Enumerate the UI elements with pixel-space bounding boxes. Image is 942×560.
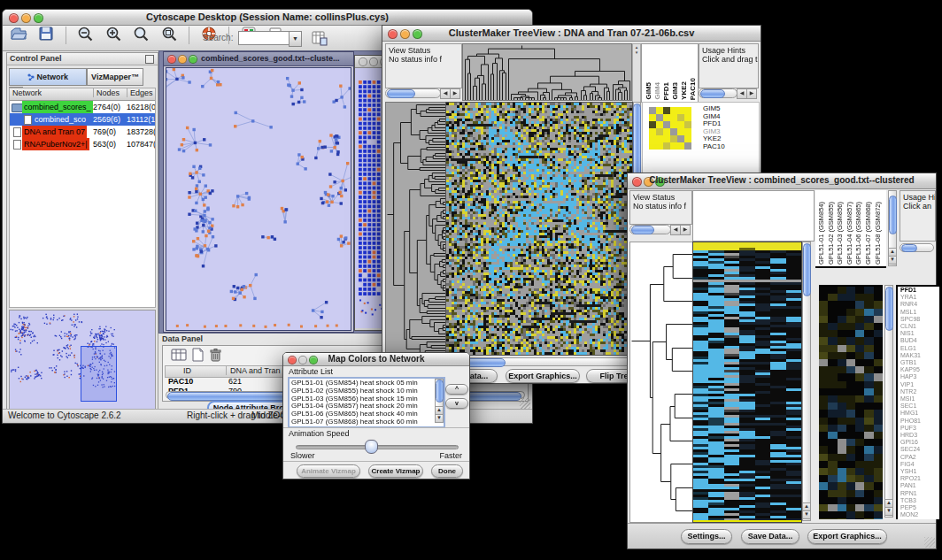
- tv2-save-data-button[interactable]: Save Data...: [741, 529, 799, 544]
- search-dropdown-icon[interactable]: ▼: [289, 31, 302, 47]
- resize-grip[interactable]: [520, 398, 530, 409]
- tv2-row-dendrogram[interactable]: [629, 242, 693, 523]
- tv2-heatmap[interactable]: [692, 242, 802, 523]
- search-input[interactable]: [238, 31, 290, 45]
- tv2-gene-label[interactable]: HMG1: [900, 410, 939, 417]
- zoom-in-icon[interactable]: [105, 26, 122, 45]
- minimize-icon[interactable]: [369, 58, 378, 66]
- network-tree-row[interactable]: RNAPuberNov2+|563(0)107847(0): [10, 138, 155, 150]
- tv1-export-graphics-button[interactable]: Export Graphics...: [506, 369, 580, 383]
- tv1-zoom-heatmap[interactable]: [649, 107, 691, 150]
- table-mapping-icon[interactable]: [171, 348, 187, 365]
- tv2-status-hscrollbar[interactable]: ◀▶: [629, 225, 691, 234]
- tv2-gene-label[interactable]: GTB1: [900, 359, 939, 366]
- close-icon[interactable]: [359, 58, 367, 66]
- tv1-column-dendrogram[interactable]: [462, 43, 632, 101]
- dp-col-id[interactable]: ID: [183, 366, 191, 375]
- speed-slider-thumb[interactable]: [365, 440, 378, 454]
- tv2-gene-label[interactable]: PAN1: [900, 482, 939, 489]
- tv2-zoom-vscrollbar[interactable]: ▲ ▼: [884, 285, 893, 518]
- tv2-gene-label[interactable]: ELG1: [900, 345, 939, 352]
- tv2-gene-label[interactable]: RPO21: [900, 475, 939, 482]
- tv2-gene-label[interactable]: PHO81: [900, 418, 939, 425]
- close-icon[interactable]: [388, 29, 398, 39]
- tv2-export-graphics-button[interactable]: Export Graphics...: [807, 529, 887, 544]
- col-header-network[interactable]: Network: [12, 88, 42, 97]
- tv2-gene-label[interactable]: PEP5: [900, 504, 939, 511]
- tv2-gene-label[interactable]: CLN1: [900, 323, 939, 330]
- network-tree-row[interactable]: combined_scores_2764(0)16218(0): [10, 101, 155, 113]
- zoom-out-icon[interactable]: [77, 26, 94, 45]
- zoom-selected-icon[interactable]: [133, 26, 150, 45]
- move-up-button[interactable]: ^: [445, 384, 468, 395]
- tv2-gene-label[interactable]: PUF3: [900, 425, 939, 432]
- tv1-heatmap[interactable]: [445, 102, 633, 356]
- tv2-gene-label[interactable]: MON2: [900, 511, 939, 518]
- tv1-usage-hscrollbar[interactable]: ◀▶: [699, 88, 757, 98]
- tv1-titlebar[interactable]: ClusterMaker TreeView : DNA and Tran 07-…: [382, 26, 761, 42]
- import-table-icon[interactable]: [311, 29, 328, 50]
- tv2-gene-label[interactable]: FIG4: [900, 461, 939, 468]
- tv2-gene-label[interactable]: SPC98: [900, 316, 939, 323]
- tv2-gene-label[interactable]: CPA2: [900, 454, 939, 461]
- birds-eye-view[interactable]: [9, 310, 156, 410]
- tv2-gene-label[interactable]: YRA1: [900, 294, 939, 301]
- zoom-fit-icon[interactable]: [161, 26, 178, 45]
- close-icon[interactable]: [288, 356, 297, 364]
- move-down-button[interactable]: v: [445, 398, 468, 409]
- tv2-gene-label[interactable]: NIS1: [900, 330, 939, 337]
- tv2-gene-label[interactable]: HAP3: [900, 373, 939, 380]
- tv2-gene-label[interactable]: MSL1: [900, 309, 939, 316]
- float-panel-icon[interactable]: [145, 55, 154, 64]
- col-header-nodes[interactable]: Nodes: [93, 88, 120, 97]
- attribute-list-item[interactable]: GPL51-07 (GSM868) heat shock 60 min: [291, 418, 433, 426]
- tab-network[interactable]: Network: [9, 68, 87, 86]
- tv2-gene-label[interactable]: GPI16: [900, 439, 939, 446]
- tv2-gene-label[interactable]: VIP1: [900, 381, 939, 388]
- tv2-gene-label[interactable]: RPN1: [900, 490, 939, 497]
- new-attribute-icon[interactable]: [191, 348, 205, 365]
- tv2-column-dendrogram[interactable]: [692, 190, 815, 242]
- zoom-window-icon[interactable]: [189, 55, 197, 64]
- network-tree-row[interactable]: DNA and Tran 07769(0)183728(0): [10, 126, 155, 138]
- tv2-gene-label[interactable]: YSH1: [900, 468, 939, 475]
- tv2-usage-hscrollbar[interactable]: [900, 243, 934, 252]
- resize-grip[interactable]: [924, 537, 935, 548]
- tv2-settings-button[interactable]: Settings...: [681, 529, 732, 544]
- main-titlebar[interactable]: Cytoscape Desktop (Session Name: collins…: [3, 10, 532, 26]
- tv2-gene-label[interactable]: SEC24: [900, 446, 939, 453]
- tv2-gene-label[interactable]: KAP95: [900, 366, 939, 373]
- tv2-zoom-heatmap[interactable]: [819, 285, 883, 519]
- tv2-labels-vscrollbar[interactable]: ▲ ▼: [888, 190, 897, 266]
- tv1-row-dendrogram[interactable]: [385, 102, 446, 356]
- tv2-gene-label[interactable]: RNR4: [900, 301, 939, 308]
- tv2-gene-label[interactable]: MAK31: [900, 352, 939, 359]
- col-header-edges[interactable]: Edges: [127, 88, 153, 97]
- tv2-titlebar[interactable]: ClusterMaker TreeView : combined_scores_…: [628, 173, 936, 189]
- tv2-gene-label[interactable]: SEC1: [900, 403, 939, 410]
- done-button[interactable]: Done: [431, 464, 463, 478]
- attribute-listbox[interactable]: GPL51-01 (GSM854) heat shock 05 minGPL51…: [288, 377, 445, 428]
- create-vizmap-button[interactable]: Create Vizmap: [368, 464, 423, 478]
- tv2-gene-label[interactable]: BUD4: [900, 337, 939, 344]
- open-folder-icon[interactable]: [10, 26, 27, 45]
- close-icon[interactable]: [9, 13, 19, 23]
- animate-vizmap-button[interactable]: Animate Vizmap: [297, 464, 360, 478]
- close-icon[interactable]: [167, 55, 176, 64]
- save-icon[interactable]: [38, 26, 54, 45]
- tv1-status-hscrollbar[interactable]: ◀▶: [385, 88, 460, 98]
- attribute-list-vscrollbar[interactable]: ▲ ▼: [435, 379, 444, 423]
- tv2-gene-label[interactable]: NTR2: [900, 388, 939, 395]
- tv2-gene-label[interactable]: PFD1: [900, 287, 939, 294]
- close-icon[interactable]: [632, 177, 642, 187]
- tab-vizmapper[interactable]: VizMapper™: [87, 68, 143, 86]
- network-tree-row[interactable]: combined_sco2569(6)13112(15): [10, 113, 155, 126]
- delete-attribute-icon[interactable]: [209, 348, 222, 365]
- tv2-gene-label[interactable]: MSI1: [900, 395, 939, 403]
- dialog-titlebar[interactable]: Map Colors to Network: [283, 353, 469, 366]
- tv2-heat-vscrollbar[interactable]: ▲ ▼: [802, 242, 811, 521]
- tv2-gene-label[interactable]: HRD3: [900, 432, 939, 439]
- network-view-window[interactable]: combined_scores_good.txt--cluste...: [163, 51, 354, 333]
- minimize-icon[interactable]: [178, 55, 187, 64]
- network-canvas[interactable]: [166, 67, 351, 331]
